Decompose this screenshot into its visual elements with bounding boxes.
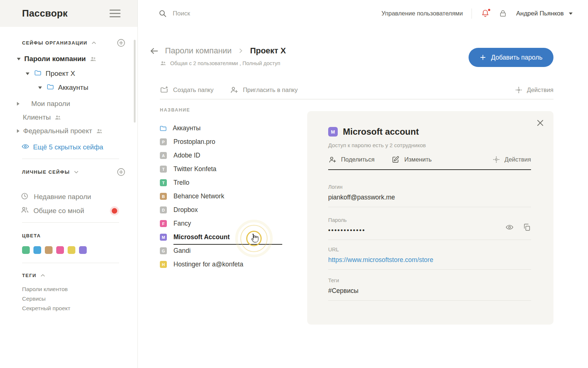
- list-item-label: Behance Network: [173, 192, 224, 200]
- create-folder-button[interactable]: Создать папку: [160, 85, 214, 94]
- invite-to-folder-button[interactable]: Пригласить в папку: [230, 85, 298, 94]
- sidebar-item-recent-passwords[interactable]: Недавние пароли: [0, 191, 137, 202]
- color-swatch-pink[interactable]: [56, 246, 64, 254]
- people-icon: [96, 128, 103, 135]
- sidebar-scrollbar[interactable]: [134, 40, 136, 123]
- detail-actions-label: Действия: [505, 156, 531, 163]
- subtitle-text: Общая с 2 пользователями , Полный доступ: [170, 60, 280, 66]
- show-password-eye-icon[interactable]: [505, 223, 514, 231]
- colors-section: ЦВЕТА: [0, 231, 137, 240]
- color-swatch-blue[interactable]: [33, 246, 41, 254]
- close-icon[interactable]: [536, 118, 545, 127]
- people-icon: [160, 60, 166, 67]
- actions-sparkle-icon: [492, 156, 500, 163]
- list-item[interactable]: F Fancy: [160, 217, 318, 230]
- tag-item[interactable]: Секретный проект: [0, 304, 137, 313]
- url-value[interactable]: https://www.microsoftstore.com/store: [328, 256, 531, 264]
- folder-icon: [159, 124, 167, 132]
- list-item[interactable]: A Adobe ID: [160, 149, 318, 162]
- list-item-selected[interactable]: M Microsoft Account: [160, 230, 318, 244]
- add-password-label: Добавить пароль: [491, 54, 542, 61]
- list-item[interactable]: B Behance Network: [160, 190, 318, 203]
- tag-item[interactable]: Пароли клиентов: [0, 284, 137, 294]
- field-divider: [328, 207, 531, 207]
- color-swatch-tan[interactable]: [45, 246, 53, 254]
- sidebar-item-label: Пароли компании: [24, 55, 86, 63]
- letter-avatar: T: [160, 166, 167, 173]
- list-item[interactable]: D Dropbox: [160, 203, 318, 217]
- folder-access-subtitle: Общая с 2 пользователями , Полный доступ: [160, 60, 280, 67]
- edit-label: Изменить: [404, 156, 431, 163]
- clock-icon: [21, 192, 29, 202]
- create-folder-label: Создать папку: [173, 86, 214, 93]
- sidebar-divider: [22, 222, 119, 223]
- list-item-folder[interactable]: Аккаунты: [160, 121, 318, 135]
- list-item-label: Prostoplan.pro: [173, 138, 215, 146]
- share-label: Поделиться: [341, 156, 374, 163]
- person-plus-icon: [328, 155, 337, 164]
- url-label: URL: [328, 247, 531, 252]
- add-safe-button[interactable]: [116, 38, 126, 47]
- login-value: piankoff@passwork.me: [328, 194, 531, 201]
- hamburger-menu-icon[interactable]: [110, 10, 121, 17]
- list-item[interactable]: P Prostoplan.pro: [160, 135, 318, 149]
- add-personal-safe-button[interactable]: [116, 167, 126, 177]
- hidden-safes-label: Ещё 5 скрытых сейфа: [33, 143, 103, 151]
- list-item[interactable]: H Hostinger for a@konfeta: [160, 258, 318, 271]
- show-hidden-safes-link[interactable]: Ещё 5 скрытых сейфа: [0, 142, 137, 153]
- letter-avatar: F: [160, 220, 167, 227]
- add-password-button[interactable]: Добавить пароль: [469, 48, 553, 67]
- expander-down-icon[interactable]: [17, 58, 21, 60]
- sidebar-item-label: Клиенты: [23, 113, 51, 121]
- color-swatch-purple[interactable]: [79, 246, 87, 254]
- chevron-up-icon[interactable]: [40, 273, 46, 278]
- tags-field: Теги #Сервисы: [328, 277, 531, 301]
- chevron-right-icon: [237, 47, 244, 54]
- letter-avatar: D: [160, 206, 167, 213]
- tags-value[interactable]: #Сервисы: [328, 287, 531, 295]
- sidebar-item-federal-project[interactable]: Федеральный проект: [0, 125, 137, 137]
- share-button[interactable]: Поделиться: [328, 155, 374, 164]
- tags-title: ТЕГИ: [22, 273, 36, 278]
- folder-plus-icon: [160, 85, 169, 94]
- toolbar-divider: [160, 99, 553, 99]
- list-item-label: Hostinger for a@konfeta: [173, 261, 243, 268]
- color-swatch-yellow[interactable]: [68, 246, 75, 254]
- invite-to-folder-label: Пригласить в папку: [243, 86, 298, 93]
- list-item[interactable]: T Trello: [160, 176, 318, 190]
- list-item[interactable]: T Twitter Konfeta: [160, 162, 318, 176]
- list-item[interactable]: G Gandi: [160, 244, 318, 258]
- detail-access-subtitle: Доступ к паролю есть у 2 сотрудников: [328, 142, 426, 148]
- sidebar-item-my-passwords[interactable]: Мои пароли: [0, 98, 137, 109]
- sidebar-divider: [22, 263, 119, 263]
- chevron-up-icon[interactable]: [91, 40, 97, 46]
- sidebar-item-shared-with-me[interactable]: Общие со мной: [0, 205, 137, 216]
- expander-down-icon[interactable]: [26, 72, 29, 75]
- field-divider: [328, 300, 531, 301]
- password-value: ••••••••••••: [328, 227, 531, 234]
- page-title: Проект X: [250, 46, 286, 56]
- expander-right-icon[interactable]: [17, 129, 19, 133]
- chevron-down-icon[interactable]: [74, 169, 79, 175]
- expander-down-icon[interactable]: [38, 86, 42, 89]
- sidebar-item-clients[interactable]: Клиенты: [0, 112, 137, 123]
- folder-actions-button[interactable]: Действия: [515, 86, 553, 94]
- sidebar-item-project-x[interactable]: Проект X: [0, 68, 137, 79]
- password-label: Пароль: [328, 217, 531, 223]
- sidebar-item-company-passwords[interactable]: Пароли компании: [0, 53, 137, 64]
- edit-button[interactable]: Изменить: [391, 155, 431, 164]
- expander-right-icon[interactable]: [17, 102, 19, 106]
- folder-icon: [46, 83, 54, 93]
- letter-avatar: B: [160, 193, 167, 200]
- breadcrumb-parent[interactable]: Пароли компании: [165, 46, 232, 56]
- sidebar-item-accounts[interactable]: Аккаунты: [0, 82, 137, 93]
- sidebar-item-label: Мои пароли: [31, 100, 70, 108]
- tags-list: Пароли клиентов Сервисы Секретный проект: [0, 284, 137, 313]
- back-arrow-icon[interactable]: [149, 46, 159, 56]
- sidebar-item-label: Аккаунты: [58, 84, 88, 92]
- detail-actions-button[interactable]: Действия: [492, 156, 531, 163]
- detail-title: Microsoft account: [343, 127, 419, 137]
- color-swatch-green[interactable]: [22, 246, 30, 254]
- copy-password-icon[interactable]: [523, 223, 531, 231]
- tag-item[interactable]: Сервисы: [0, 294, 137, 304]
